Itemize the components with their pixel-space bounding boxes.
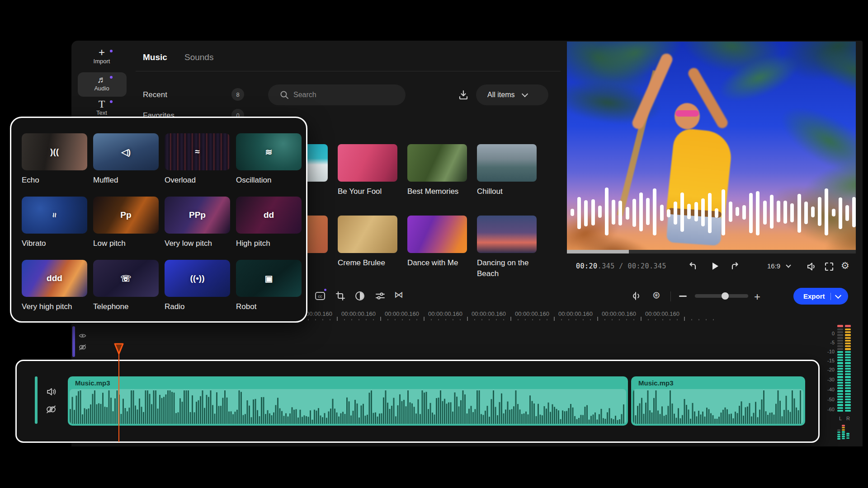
aspect-ratio-dropdown[interactable]: 16:9 — [767, 262, 790, 270]
chevron-down-icon[interactable] — [835, 292, 841, 298]
effect-item[interactable]: )((Echo — [22, 133, 87, 185]
meter-segment — [845, 345, 851, 347]
effect-thumbnail[interactable]: ((•)) — [165, 260, 230, 297]
color-wheel-icon[interactable]: ⊛ — [652, 290, 660, 300]
effect-item[interactable]: ☏Telephone — [93, 260, 159, 311]
waveform-bar — [839, 197, 842, 229]
library-item-label: Dance with Me — [407, 258, 467, 268]
zoom-out-icon[interactable] — [679, 296, 687, 297]
crop-icon[interactable] — [335, 291, 346, 301]
effect-item[interactable]: PpLow pitch — [93, 197, 159, 248]
effect-thumbnail[interactable]: ≈ — [22, 197, 87, 234]
playhead-line[interactable] — [118, 354, 120, 442]
export-button[interactable]: Export — [793, 288, 848, 305]
video-preview[interactable] — [567, 42, 856, 252]
library-item[interactable]: Dance with Me — [407, 216, 467, 268]
ruler-tick — [648, 319, 649, 320]
library-thumbnail[interactable] — [407, 144, 467, 182]
library-item-label: Chillout — [477, 186, 537, 197]
audio-clip[interactable]: Music.mp3 — [631, 376, 805, 426]
effect-thumbnail[interactable]: ≋ — [236, 133, 302, 170]
effect-item[interactable]: PPpVery low pitch — [165, 197, 230, 248]
sidebar-item-import[interactable]: + Import — [77, 47, 126, 65]
effect-label: Oscillation — [236, 176, 302, 185]
library-thumbnail[interactable] — [338, 144, 397, 182]
sidebar-item-audio[interactable]: ♬ Audio — [77, 74, 126, 92]
effect-thumbnail[interactable]: ▣ — [236, 260, 302, 297]
ruler-tick — [576, 319, 576, 320]
search-input[interactable]: Search — [268, 84, 406, 105]
speaker-icon[interactable] — [806, 261, 816, 272]
fullscreen-icon[interactable] — [824, 261, 835, 272]
effect-thumbnail[interactable]: ≈ — [165, 133, 230, 170]
library-thumbnail[interactable] — [477, 144, 537, 182]
meters-icon-segment — [842, 429, 845, 431]
gear-icon[interactable]: ⚙ — [841, 260, 849, 271]
effect-label: Vibrato — [22, 239, 87, 248]
split-clip-icon[interactable]: ⋈ — [394, 289, 403, 300]
effect-item[interactable]: ≋Oscillation — [236, 133, 302, 185]
effect-item[interactable]: dddVery high pitch — [22, 260, 87, 311]
robot-icon: ▣ — [236, 260, 302, 297]
library-thumbnail[interactable] — [407, 216, 467, 253]
library-item[interactable]: Chillout — [477, 144, 537, 197]
meters-panel-icon[interactable] — [837, 425, 851, 440]
meter-segment — [845, 401, 851, 403]
effect-thumbnail[interactable]: ☏ — [93, 260, 159, 297]
tab-sounds[interactable]: Sounds — [184, 52, 213, 62]
next-edit-icon[interactable] — [729, 261, 740, 272]
meter-segment — [837, 390, 843, 392]
track-speaker-icon[interactable] — [46, 387, 57, 397]
tab-music[interactable]: Music — [143, 52, 167, 62]
effect-thumbnail[interactable]: ddd — [22, 260, 87, 297]
effect-item[interactable]: ▣Robot — [236, 260, 302, 311]
contrast-icon[interactable] — [354, 291, 365, 301]
adjustments-icon[interactable] — [375, 291, 386, 301]
screenshot-stage: + Import ♬ Audio T Text Music Sounds Rec… — [0, 0, 868, 488]
effect-thumbnail[interactable]: PPp — [165, 197, 230, 234]
ruler-tick — [373, 319, 374, 320]
audio-levels-icon[interactable] — [631, 291, 643, 301]
library-thumbnail[interactable] — [338, 216, 397, 253]
effect-item[interactable]: ≈Vibrato — [22, 197, 87, 248]
audio-clip[interactable]: Music.mp3 — [68, 376, 628, 426]
effect-thumbnail[interactable]: )(( — [22, 133, 87, 170]
effect-item[interactable]: ddHigh pitch — [236, 197, 302, 248]
effect-item[interactable]: ◁)Muffled — [93, 133, 159, 185]
preview-seekbar[interactable] — [567, 250, 856, 253]
previous-edit-icon[interactable] — [688, 261, 698, 272]
effect-thumbnail[interactable]: dd — [236, 197, 302, 234]
effect-thumbnail[interactable]: ◁) — [93, 133, 159, 170]
library-item[interactable]: Be Your Fool — [338, 144, 397, 197]
chevron-down-icon — [522, 91, 528, 97]
effect-thumbnail[interactable]: Pp — [93, 197, 159, 234]
list-item-recent[interactable]: Recent — [143, 90, 167, 99]
export-label: Export — [803, 292, 825, 300]
filter-dropdown[interactable]: All items — [476, 84, 548, 105]
meter-segment — [845, 373, 851, 375]
sidebar-item-text[interactable]: T Text — [77, 99, 126, 116]
playhead-marker[interactable] — [113, 343, 124, 355]
zoom-in-icon[interactable]: + — [754, 291, 760, 303]
track-unlink-icon[interactable] — [46, 405, 57, 414]
slider-thumb[interactable] — [722, 292, 729, 300]
eye-icon[interactable] — [79, 333, 86, 339]
library-thumbnail[interactable] — [477, 216, 537, 253]
captions-icon[interactable]: cc — [314, 290, 326, 302]
effect-item[interactable]: ((•))Radio — [165, 260, 230, 311]
meter-segment — [845, 357, 851, 358]
link-off-icon[interactable] — [79, 344, 86, 351]
library-item[interactable]: Best Memories — [407, 144, 467, 197]
meter-segment — [845, 385, 851, 386]
effect-label: Very high pitch — [22, 302, 87, 311]
library-item[interactable]: Creme Brulee — [338, 216, 397, 268]
timeline-zoom-slider[interactable] — [695, 294, 748, 298]
ruler-tick — [445, 319, 446, 320]
effect-item[interactable]: ≈Overload — [165, 133, 230, 185]
download-icon[interactable] — [458, 89, 469, 101]
meter-segment — [845, 354, 851, 356]
meter-segment — [845, 328, 851, 330]
play-icon[interactable] — [710, 261, 720, 271]
library-item[interactable]: Dancing on the Beach — [477, 216, 537, 279]
ruler-tick — [308, 319, 309, 320]
